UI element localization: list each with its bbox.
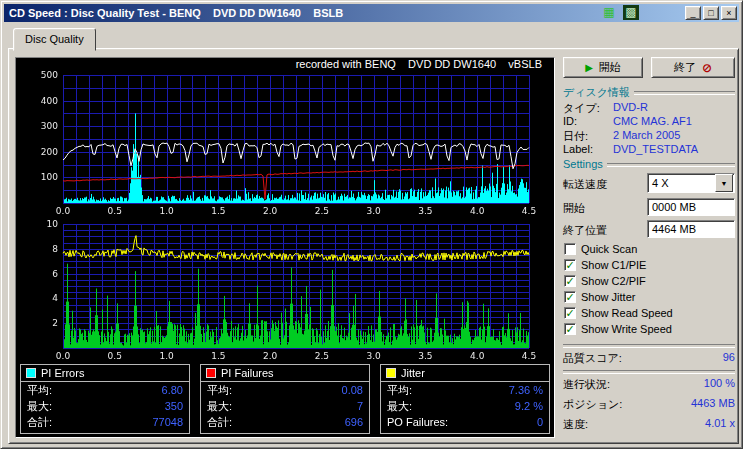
- stat-value: 9.2 %: [515, 399, 543, 413]
- titlebar-app-icon-1[interactable]: ▦: [601, 5, 617, 20]
- quality-score-row: 品質スコア:96: [563, 351, 735, 366]
- stat-label: 最大:: [387, 399, 412, 413]
- stat-box-title: PI Failures: [221, 367, 274, 379]
- stat-value: 77048: [152, 415, 183, 429]
- stat-box-title: PI Errors: [41, 367, 84, 379]
- checkbox-label: Show C1/PIE: [581, 259, 646, 271]
- speed-setting-label: 転送速度: [563, 177, 607, 192]
- checkbox-box[interactable]: ✓: [564, 323, 576, 335]
- disc-type-label: タイプ:: [563, 102, 600, 114]
- disc-id-value: CMC MAG. AF1: [613, 115, 692, 127]
- speed-select[interactable]: 4 X ▼: [647, 173, 735, 193]
- stat-row: PO Failures:0: [381, 414, 549, 430]
- stat-label: 平均:: [207, 383, 232, 397]
- quality-chart-bottom: [17, 216, 553, 362]
- stat-value: 6.80: [162, 383, 183, 397]
- close-button[interactable]: ×: [721, 6, 737, 20]
- checkbox-show-c1-pie[interactable]: ✓Show C1/PIE: [564, 258, 646, 272]
- checkbox-box[interactable]: ✓: [564, 291, 576, 303]
- tab-disc-quality[interactable]: Disc Quality: [13, 28, 96, 51]
- checkbox-box[interactable]: ✓: [564, 259, 576, 271]
- disc-label-row: Label:DVD_TESTDATA: [563, 143, 735, 156]
- divider: [607, 163, 735, 167]
- pi-errors-marker-icon: [26, 368, 36, 378]
- checkbox-label: Show Read Speed: [581, 307, 673, 319]
- stat-label: 最大:: [207, 399, 232, 413]
- disc-label-value: DVD_TESTDATA: [613, 143, 698, 155]
- maximize-button[interactable]: □: [703, 6, 719, 20]
- position-label: ポジション:: [563, 398, 622, 410]
- checkbox-box[interactable]: ✓: [564, 307, 576, 319]
- position-row: ポジション:4463 MB: [563, 397, 735, 412]
- stat-value: 350: [165, 399, 183, 413]
- stat-label: 合計:: [27, 415, 52, 429]
- checkbox-label: Show Write Speed: [581, 323, 672, 335]
- window-title: CD Speed : Disc Quality Test - BENQ DVD …: [4, 7, 343, 19]
- speed-value: 4.01 x: [705, 417, 735, 429]
- stat-box-header: PI Failures: [201, 365, 369, 382]
- start-position-label: 開始: [563, 201, 585, 216]
- exit-button-label: 終了: [674, 60, 696, 75]
- speed-label: 速度:: [563, 418, 588, 430]
- stat-box-jitter: Jitter 平均:7.36 % 最大:9.2 % PO Failures:0: [380, 364, 550, 434]
- progress-row: 進行状況:100 %: [563, 377, 735, 392]
- stat-value: 696: [345, 415, 363, 429]
- stat-box-title: Jitter: [401, 367, 425, 379]
- window-controls: _ □ ×: [685, 6, 737, 20]
- settings-header: Settings: [563, 157, 735, 171]
- checkbox-quick-scan[interactable]: Quick Scan: [564, 242, 637, 256]
- checkbox-box[interactable]: ✓: [564, 275, 576, 287]
- disc-id-label: ID:: [563, 115, 577, 127]
- stat-box-pi-errors: PI Errors 平均:6.80 最大:350 合計:77048: [20, 364, 190, 434]
- checkbox-box[interactable]: [564, 243, 576, 255]
- recorded-with-label: recorded with BENQ DVD DD DW1640 vBSLB: [296, 58, 542, 70]
- start-position-field[interactable]: 0000 MB: [647, 198, 735, 216]
- stat-row: 平均:0.08: [201, 382, 369, 398]
- checkbox-label: Show C2/PIF: [581, 275, 646, 287]
- settings-title: Settings: [563, 158, 603, 170]
- stat-row: 合計:77048: [21, 414, 189, 430]
- disc-date-row: 日付:2 March 2005: [563, 129, 735, 142]
- start-button[interactable]: ▶ 開始: [563, 57, 643, 78]
- stats-row: PI Errors 平均:6.80 最大:350 合計:77048 PI Fai…: [20, 364, 550, 434]
- exit-icon: ⊘: [702, 61, 712, 75]
- stat-row: 最大:7: [201, 398, 369, 414]
- stat-row: 最大:350: [21, 398, 189, 414]
- checkbox-show-jitter[interactable]: ✓Show Jitter: [564, 290, 635, 304]
- stat-box-header: PI Errors: [21, 365, 189, 382]
- stat-row: 平均:7.36 %: [381, 382, 549, 398]
- divider: [563, 344, 735, 348]
- minimize-button[interactable]: _: [685, 6, 701, 20]
- end-position-field[interactable]: 4464 MB: [647, 220, 735, 238]
- chevron-down-icon[interactable]: ▼: [715, 174, 733, 192]
- exit-button[interactable]: 終了 ⊘: [651, 57, 735, 78]
- stat-label: 最大:: [27, 399, 52, 413]
- stat-value: 7: [357, 399, 363, 413]
- disc-type-value: DVD-R: [613, 101, 648, 113]
- quality-chart-top: [17, 71, 553, 217]
- jitter-marker-icon: [386, 368, 396, 378]
- stat-label: 平均:: [27, 383, 52, 397]
- checkbox-show-c2-pif[interactable]: ✓Show C2/PIF: [564, 274, 646, 288]
- checkbox-label: Show Jitter: [581, 291, 635, 303]
- disc-info-header: ディスク情報: [563, 85, 735, 99]
- disc-date-label: 日付:: [563, 130, 588, 142]
- checkbox-show-write-speed[interactable]: ✓Show Write Speed: [564, 322, 672, 336]
- disc-date-value: 2 March 2005: [613, 129, 680, 141]
- start-icon: ▶: [585, 62, 593, 73]
- stat-box-header: Jitter: [381, 365, 549, 382]
- titlebar-app-icon-2[interactable]: ▩: [623, 5, 639, 20]
- disc-label-label: Label:: [563, 143, 593, 155]
- stat-value: 0.08: [342, 383, 363, 397]
- quality-score-label: 品質スコア:: [563, 352, 622, 364]
- titlebar[interactable]: CD Speed : Disc Quality Test - BENQ DVD …: [4, 4, 739, 22]
- divider: [634, 91, 735, 95]
- speed-row: 速度:4.01 x: [563, 417, 735, 432]
- stat-row: 合計:696: [201, 414, 369, 430]
- disc-info-title: ディスク情報: [563, 85, 630, 100]
- titlebar-app-icons: ▦ ▩: [601, 5, 639, 20]
- disc-id-row: ID:CMC MAG. AF1: [563, 115, 735, 128]
- end-position-label: 終了位置: [563, 223, 607, 238]
- stat-label: 合計:: [207, 415, 232, 429]
- checkbox-show-read-speed[interactable]: ✓Show Read Speed: [564, 306, 673, 320]
